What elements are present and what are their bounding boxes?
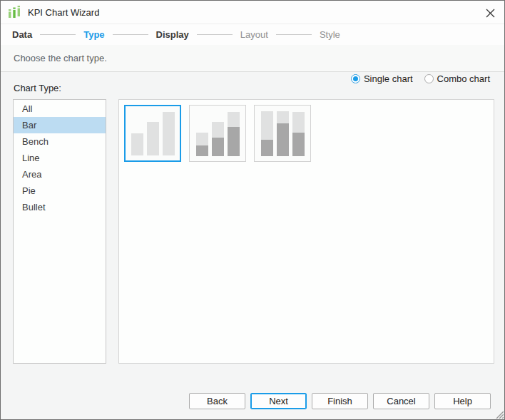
kpi-chart-icon [8,6,21,19]
step-layout[interactable]: Layout [240,29,268,40]
step-style[interactable]: Style [320,29,340,40]
window-title: KPI Chart Wizard [28,1,99,24]
list-item-pie[interactable]: Pie [14,183,106,199]
list-item-line[interactable]: Line [14,150,106,166]
thumbnail-bar [212,122,224,156]
list-item-bar[interactable]: Bar [14,117,106,133]
thumbnail-strip [124,105,311,162]
resize-grip-icon[interactable] [494,409,504,419]
thumbnail-bar-chart[interactable] [124,105,181,162]
wizard-message: Choose the chart type. [1,45,504,72]
thumbnail-bar [292,112,305,156]
thumbnail-stacked-bar-ascending[interactable] [189,105,246,162]
thumbnail-bar-dark-segment [277,123,289,156]
thumbnail-bar [228,112,240,156]
next-button[interactable]: Next [250,393,307,409]
thumbnail-stacked-bar-full[interactable] [254,105,311,162]
thumbnail-bar [277,111,289,156]
radio-icon [424,74,434,83]
wizard-steps: Data Type Display Layout Style [1,24,504,45]
thumbnail-bar-dark-segment [196,145,208,156]
combo-chart-radio[interactable]: Combo chart [424,73,490,84]
thumbnail-bar-dark-segment [212,138,224,156]
step-connector [40,34,76,35]
chart-style-panel [118,99,494,364]
kpi-chart-wizard-dialog: KPI Chart Wizard Data Type Display Layou… [0,0,505,420]
cancel-button[interactable]: Cancel [373,393,429,409]
thumbnail-bar [131,133,143,155]
thumbnail-preview [126,106,180,160]
list-item-bench[interactable]: Bench [14,133,106,150]
thumbnail-bar [261,111,273,156]
step-connector [197,34,233,35]
thumbnail-bar [147,122,159,155]
step-data[interactable]: Data [12,29,32,40]
thumbnail-bar [163,112,175,155]
thumbnail-bar-dark-segment [228,127,240,156]
list-item-bullet[interactable]: Bullet [14,199,106,215]
back-button[interactable]: Back [189,393,245,409]
close-icon[interactable] [484,6,496,19]
combo-chart-label: Combo chart [437,73,490,84]
step-display[interactable]: Display [156,29,189,40]
chart-type-label: Chart Type: [14,83,61,93]
title-bar: KPI Chart Wizard [1,1,504,24]
footer-buttons: Back Next Finish Cancel Help [189,393,491,409]
step-type[interactable]: Type [83,29,104,40]
single-chart-label: Single chart [364,73,413,84]
thumbnail-bar-dark-segment [292,133,305,156]
thumbnail-bar-dark-segment [261,140,273,156]
radio-icon [351,74,360,83]
list-item-all[interactable]: All [14,101,106,117]
finish-button[interactable]: Finish [312,393,368,409]
step-connector [276,34,312,35]
thumbnail-preview [255,106,310,161]
step-connector [113,34,148,35]
thumbnail-bar [196,133,208,156]
chart-mode-radios: Single chart Combo chart [351,73,490,84]
single-chart-radio[interactable]: Single chart [351,73,413,84]
help-button[interactable]: Help [434,393,491,409]
chart-type-listbox: All Bar Bench Line Area Pie Bullet [13,99,106,364]
thumbnail-preview [190,106,245,161]
list-item-area[interactable]: Area [14,166,106,183]
